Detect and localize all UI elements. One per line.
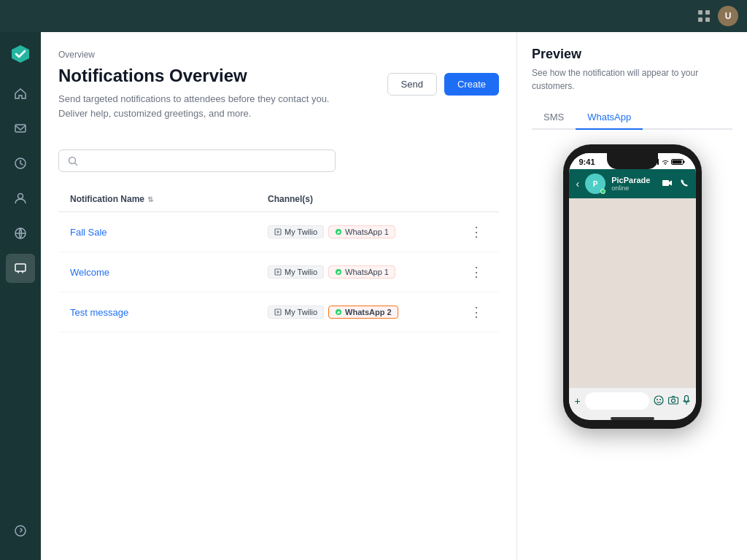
svg-point-28 [659,399,661,400]
contact-name: PicParade [611,176,656,184]
svg-rect-25 [662,180,669,186]
row-name-fall-sale: Fall Sale [70,225,268,238]
svg-point-27 [657,399,658,400]
notification-link-fall-sale[interactable]: Fall Sale [70,227,107,238]
more-button-1[interactable]: ⋮ [467,222,486,241]
call-icon[interactable] [680,179,689,190]
tag-twilio-2: My Twilio [268,265,324,279]
create-button[interactable]: Create [444,73,499,96]
page-description: Send targeted notifications to attendees… [58,92,350,120]
content-area: Overview Notifications Overview Send tar… [41,32,517,560]
more-button-3[interactable]: ⋮ [467,303,486,322]
grid-icon[interactable] [697,9,711,23]
status-time: 9:41 [579,158,595,166]
page-title: Notifications Overview [58,66,350,86]
svg-point-26 [654,396,663,405]
app-logo[interactable] [7,41,34,67]
contact-info: PicParade online [611,176,656,192]
sticker-icon[interactable] [654,395,664,408]
whatsapp-input-bar: + [569,387,696,414]
tag-twilio-3: My Twilio [268,306,324,319]
home-bar [611,417,654,420]
main-wrapper: Overview Notifications Overview Send tar… [41,32,747,560]
header-left: Notifications Overview Send targeted not… [58,66,350,135]
battery-icon [671,158,686,166]
phone-notch [607,153,658,169]
row-name-test-message: Test message [70,306,268,319]
sidebar-item-support[interactable] [6,516,35,545]
row-actions-3: ⋮ [465,303,487,322]
svg-rect-29 [668,397,678,404]
topbar: U [0,0,747,32]
preview-title: Preview [532,47,732,62]
col-channels: Channel(s) [268,194,465,204]
sidebar-item-notifications[interactable] [6,254,35,283]
notification-link-test-message[interactable]: Test message [70,307,128,318]
svg-point-6 [18,194,23,199]
row-channels-fall-sale: My Twilio WhatsApp 1 [268,225,465,238]
row-actions-1: ⋮ [465,222,487,241]
tag-whatsapp-active-3: WhatsApp 2 [328,306,398,319]
sidebar-item-globe[interactable] [6,219,35,248]
tag-twilio-1: My Twilio [268,225,324,238]
row-actions-2: ⋮ [465,262,487,281]
phone-screen: 9:41 [569,153,696,420]
page-header: Notifications Overview Send targeted not… [58,66,499,135]
svg-rect-23 [683,161,684,163]
svg-rect-0 [698,10,703,15]
svg-rect-2 [698,18,703,22]
sidebar-item-person[interactable] [6,184,35,213]
tab-sms[interactable]: SMS [532,106,576,130]
table-row: Welcome My Twilio WhatsApp 1 ⋮ [58,252,499,292]
svg-point-21 [665,164,666,165]
tab-whatsapp[interactable]: WhatsApp [576,106,643,130]
preview-description: See how the notification will appear to … [532,66,732,93]
table-row: Test message My Twilio WhatsApp 2 ⋮ [58,292,499,332]
phone-mockup: 9:41 [563,144,702,429]
search-icon [68,156,78,166]
whatsapp-header: ‹ P PicParade online [569,169,696,198]
sidebar-item-clock[interactable] [6,149,35,178]
tag-whatsapp-2: WhatsApp 1 [328,265,395,279]
sidebar-item-mail[interactable] [6,114,35,143]
phone-container: 9:41 [532,144,732,429]
send-button[interactable]: Send [387,73,437,96]
notification-link-welcome[interactable]: Welcome [70,267,109,278]
svg-rect-24 [672,160,681,164]
whatsapp-text-input[interactable] [585,392,649,410]
svg-rect-31 [684,395,688,401]
tag-whatsapp-1: WhatsApp 1 [328,225,395,238]
sidebar-bottom [6,513,35,560]
sidebar-item-home[interactable] [6,79,35,108]
svg-rect-8 [15,264,26,271]
whatsapp-actions [662,179,689,190]
table-header: Notification Name ⇅ Channel(s) [58,187,499,212]
contact-status: online [611,184,656,192]
table-row: Fall Sale My Twilio WhatsApp 1 ⋮ [58,212,499,252]
search-container [58,149,336,172]
wifi-icon [662,159,669,165]
preview-panel: Preview See how the notification will ap… [517,32,747,560]
whatsapp-chat-area [569,198,696,387]
more-button-2[interactable]: ⋮ [467,262,486,281]
camera-icon[interactable] [668,395,678,407]
mic-icon[interactable] [683,395,690,408]
col-notification-name: Notification Name ⇅ [70,194,268,204]
tab-bar: SMS WhatsApp [532,106,732,130]
svg-rect-4 [15,125,26,132]
sort-icon[interactable]: ⇅ [147,195,153,203]
row-channels-test-message: My Twilio WhatsApp 2 [268,306,465,319]
back-icon[interactable]: ‹ [576,178,580,190]
svg-rect-1 [705,10,710,15]
add-attachment-icon[interactable]: + [575,395,581,407]
online-indicator [600,189,605,194]
contact-avatar: P [585,174,605,194]
sidebar [0,0,41,560]
row-name-welcome: Welcome [70,265,268,279]
header-actions: Send Create [387,73,499,96]
search-input[interactable] [84,155,326,166]
breadcrumb: Overview [58,50,499,60]
video-icon[interactable] [662,179,673,190]
svg-rect-3 [705,18,710,22]
avatar[interactable]: U [718,6,738,26]
